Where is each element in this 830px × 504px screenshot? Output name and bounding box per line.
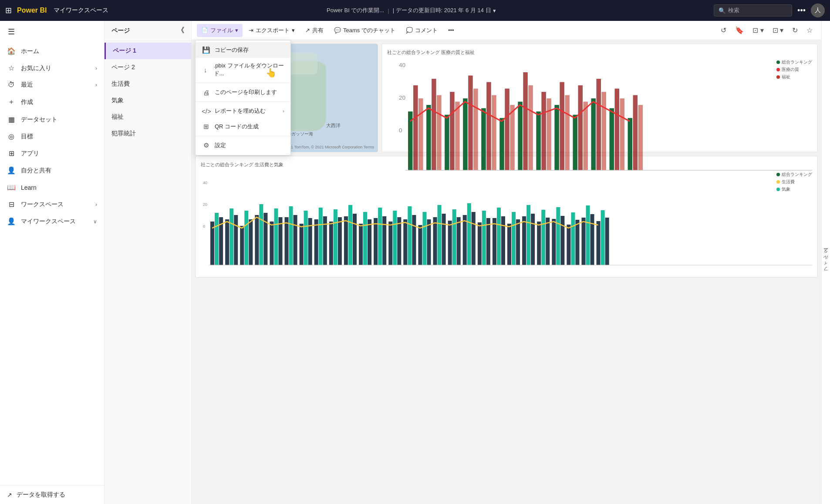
favorite-button[interactable]: ☆ xyxy=(803,24,816,37)
sidebar-item-my-workspace[interactable]: 👤 マイワークスペース ∨ xyxy=(0,213,104,230)
svg-rect-33 xyxy=(591,98,596,170)
workspaces-icon: ⊟ xyxy=(7,200,16,208)
svg-rect-79 xyxy=(374,218,378,265)
svg-rect-87 xyxy=(412,215,416,265)
svg-rect-39 xyxy=(628,118,633,170)
svg-rect-29 xyxy=(565,95,570,171)
svg-rect-90 xyxy=(427,219,431,265)
legend-item-welfare: 福祉 xyxy=(776,74,812,80)
get-data-button[interactable]: ↗ データを取得する xyxy=(0,485,104,504)
legend-item-ranking: 総合ランキング xyxy=(776,59,812,65)
sidebar-item-learn[interactable]: 📖 Learn xyxy=(0,179,104,196)
svg-rect-124 xyxy=(597,221,601,265)
more-options-button[interactable]: ••• xyxy=(797,6,806,15)
page-item-crime[interactable]: 犯罪統計 xyxy=(105,125,191,142)
sidebar-item-shared[interactable]: 👤 自分と共有 xyxy=(0,162,104,179)
collapse-pages-button[interactable]: 《 xyxy=(177,26,184,35)
svg-rect-110 xyxy=(526,205,530,265)
sidebar-item-recent[interactable]: ⏱ 最近 › xyxy=(0,77,104,93)
right-filter-panel[interactable]: フィルター xyxy=(821,21,830,504)
grid-icon[interactable]: ⊞ xyxy=(5,6,12,15)
svg-rect-59 xyxy=(274,208,278,265)
topbar: ⊞ Power BI マイワークスペース Power BI での作業開... |… xyxy=(0,0,830,21)
legend-dot xyxy=(776,68,780,71)
svg-rect-105 xyxy=(501,216,505,265)
share-icon: ↗ xyxy=(305,27,310,34)
apps-icon: ⊞ xyxy=(7,149,16,158)
svg-rect-4 xyxy=(413,85,418,170)
svg-text:20: 20 xyxy=(399,94,405,101)
svg-rect-52 xyxy=(240,226,244,265)
sidebar-item-label: Learn xyxy=(21,184,37,191)
view-button[interactable]: ⊡ ▾ xyxy=(749,24,767,37)
svg-rect-68 xyxy=(319,208,323,265)
svg-rect-51 xyxy=(234,215,238,265)
svg-text:20: 20 xyxy=(203,202,207,207)
sidebar-item-favorites[interactable]: ☆ お気に入り › xyxy=(0,60,104,77)
more-toolbar-button[interactable]: ••• xyxy=(444,24,459,36)
file-button[interactable]: 📄 ファイル ▾ xyxy=(197,24,243,37)
svg-rect-106 xyxy=(507,224,511,265)
svg-rect-104 xyxy=(497,208,501,265)
chevron-down-icon: ▾ xyxy=(292,27,295,34)
page-item-page2[interactable]: ページ 2 xyxy=(105,59,191,76)
toolbar-right: ↺ 🔖 ⊡ ▾ ⊡ ▾ ↻ ☆ xyxy=(717,24,816,37)
toolbar: 📄 ファイル ▾ ⇥ エクスポート ▾ ↗ 共有 💬 Teams でのチャット … xyxy=(192,21,821,40)
teams-chat-button[interactable]: 💬 Teams でのチャット xyxy=(330,24,400,37)
my-workspace-icon: 👤 xyxy=(7,217,16,225)
svg-rect-96 xyxy=(457,217,461,265)
legend-dot xyxy=(776,173,780,176)
sidebar-item-home[interactable]: 🏠 ホーム xyxy=(0,43,104,60)
svg-rect-5 xyxy=(418,98,423,170)
export-button[interactable]: ⇥ エクスポート ▾ xyxy=(244,24,299,37)
download-pbix-item[interactable]: ↓ .pbix ファイルをダウンロード... xyxy=(196,58,290,81)
legend-dot xyxy=(776,60,780,64)
refresh-button[interactable]: ↻ xyxy=(789,24,801,37)
bookmark-button[interactable]: 🔖 xyxy=(732,24,747,37)
svg-rect-14 xyxy=(473,89,478,171)
chevron-right-icon: › xyxy=(95,202,97,208)
svg-rect-61 xyxy=(285,217,289,265)
embed-item[interactable]: </> レポートを埋め込む › xyxy=(196,103,290,119)
settings-item[interactable]: ⚙ 設定 xyxy=(196,138,290,153)
sidebar-item-apps[interactable]: ⊞ アプリ xyxy=(0,145,104,162)
page-item-expenses[interactable]: 生活費 xyxy=(105,76,191,92)
sidebar-item-create[interactable]: ＋ 作成 xyxy=(0,93,104,111)
svg-rect-111 xyxy=(531,214,535,265)
svg-rect-27 xyxy=(554,105,559,170)
chart-legend-bottom: 総合ランキング 生活費 気象 xyxy=(776,171,812,192)
page-item-welfare[interactable]: 福祉 xyxy=(105,109,191,125)
fullscreen-button[interactable]: ⊡ ▾ xyxy=(769,24,787,37)
sidebar-item-datasets[interactable]: ▦ データセット xyxy=(0,111,104,128)
avatar[interactable]: 人 xyxy=(811,3,825,17)
sidebar-item-goals[interactable]: ◎ 目標 xyxy=(0,128,104,145)
search-icon: 🔍 xyxy=(719,7,725,14)
svg-rect-71 xyxy=(334,209,337,265)
sidebar-item-label: 自分と共有 xyxy=(21,167,51,175)
page-item-weather[interactable]: 気象 xyxy=(105,92,191,109)
chevron-down-icon: ▾ xyxy=(235,27,238,34)
hamburger-button[interactable]: ☰ xyxy=(5,24,17,39)
svg-rect-35 xyxy=(602,92,607,170)
download-icon: ↓ xyxy=(202,66,209,74)
star-icon: ☆ xyxy=(7,64,16,72)
sidebar-item-label: 最近 xyxy=(21,81,33,89)
svg-rect-38 xyxy=(620,98,625,170)
save-copy-item[interactable]: 💾 コピーの保存 xyxy=(196,42,290,58)
legend-dot xyxy=(776,180,780,184)
svg-rect-116 xyxy=(556,207,560,265)
refresh-date[interactable]: | データの更新日時: 2021 年 6 月 14 日 ▾ xyxy=(393,7,496,14)
print-item[interactable]: 🖨 このページを印刷します xyxy=(196,84,290,100)
svg-rect-125 xyxy=(601,210,605,265)
share-button[interactable]: ↗ 共有 xyxy=(301,24,328,37)
comment-button[interactable]: 💭 コメント xyxy=(402,24,442,37)
undo-button[interactable]: ↺ xyxy=(717,24,730,37)
qr-code-item[interactable]: ⊞ QR コードの生成 xyxy=(196,119,290,134)
topbar-center: Power BI での作業開... | | データの更新日時: 2021 年 6… xyxy=(114,7,709,14)
svg-rect-25 xyxy=(541,92,546,170)
search-box[interactable]: 🔍 検索 xyxy=(714,4,792,17)
svg-text:40: 40 xyxy=(399,62,405,68)
sidebar-item-workspaces[interactable]: ⊟ ワークスペース › xyxy=(0,196,104,213)
svg-rect-100 xyxy=(478,222,482,265)
page-item-page1[interactable]: ページ 1 xyxy=(105,43,191,59)
